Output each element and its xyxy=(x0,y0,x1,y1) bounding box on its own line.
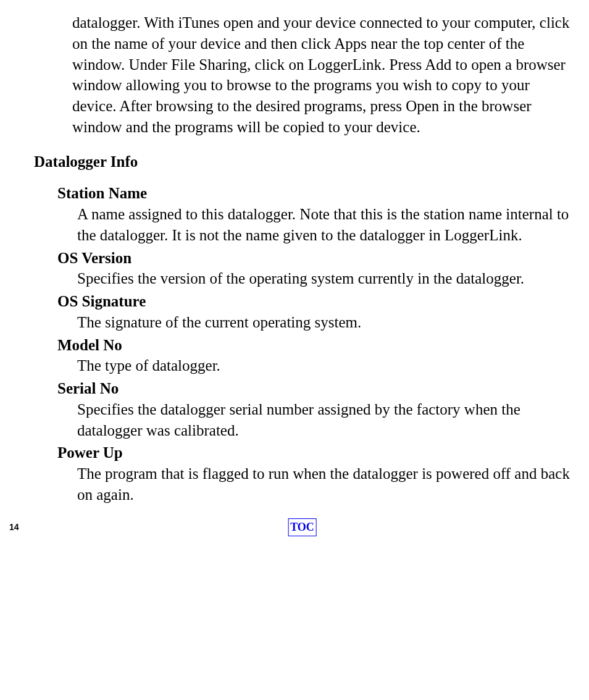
term-description: Specifies the version of the operating s… xyxy=(77,268,570,289)
intro-paragraph: datalogger. With iTunes open and your de… xyxy=(72,12,570,138)
term-title: Model No xyxy=(57,335,570,356)
term-model-no: Model No The type of datalogger. xyxy=(57,335,570,377)
toc-link[interactable]: TOC xyxy=(288,518,317,536)
term-description: The signature of the current operating s… xyxy=(77,312,570,333)
term-serial-no: Serial No Specifies the datalogger seria… xyxy=(57,378,570,441)
term-os-signature: OS Signature The signature of the curren… xyxy=(57,291,570,333)
term-description: The program that is flagged to run when … xyxy=(77,463,570,505)
term-power-up: Power Up The program that is flagged to … xyxy=(57,442,570,505)
term-title: Serial No xyxy=(57,378,570,399)
page-number: 14 xyxy=(9,521,19,533)
term-description: The type of datalogger. xyxy=(77,355,570,376)
term-description: A name assigned to this datalogger. Note… xyxy=(77,204,570,246)
term-title: Power Up xyxy=(57,442,570,463)
term-title: OS Signature xyxy=(57,291,570,312)
term-os-version: OS Version Specifies the version of the … xyxy=(57,248,570,290)
section-heading: Datalogger Info xyxy=(34,151,570,172)
term-title: OS Version xyxy=(57,248,570,269)
term-title: Station Name xyxy=(57,183,570,204)
term-description: Specifies the datalogger serial number a… xyxy=(77,399,570,441)
term-station-name: Station Name A name assigned to this dat… xyxy=(57,183,570,245)
